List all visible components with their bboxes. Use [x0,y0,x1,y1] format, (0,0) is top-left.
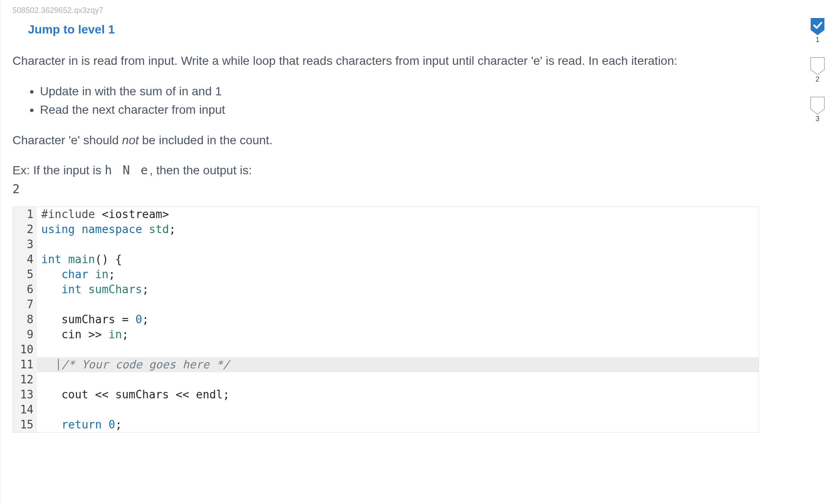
note-text-b: be included in the count. [139,134,272,147]
code-line[interactable]: 3 [13,237,759,252]
code-content[interactable] [37,237,759,252]
line-number: 13 [13,387,37,402]
code-content[interactable]: cout << sumChars << endl; [37,387,759,402]
level-badge[interactable] [810,17,825,36]
code-content[interactable] [37,297,759,312]
line-number: 5 [13,267,37,282]
problem-bullets: Update in with the sum of in and 1 Read … [40,82,787,119]
code-line[interactable]: 13 cout << sumChars << endl; [13,387,759,402]
bullet-item: Update in with the sum of in and 1 [40,82,787,100]
code-line[interactable]: 1#include <iostream> [13,207,759,222]
example-output: 2 [12,182,787,196]
code-line[interactable]: 5 char in; [13,267,759,282]
level-badge[interactable] [810,96,825,115]
bullet-item: Read the next character from input [40,100,787,119]
meta-id: 508502.3629652.qx3zqy7 [12,6,787,15]
jump-to-level-link[interactable]: Jump to level 1 [28,23,115,36]
problem-intro: Character in is read from input. Write a… [12,52,787,70]
code-content[interactable]: using namespace std; [37,222,759,237]
code-line[interactable]: 14 [13,402,759,417]
line-number: 1 [13,207,37,222]
line-number: 4 [13,252,37,267]
line-number: 9 [13,327,37,342]
note-em: not [122,134,139,147]
code-content[interactable] [37,372,759,387]
line-number: 11 [13,357,37,372]
level-badge[interactable] [810,57,825,76]
code-content[interactable]: cin >> in; [37,327,759,342]
code-line[interactable]: 10 [13,342,759,357]
code-content[interactable] [37,342,759,357]
line-number: 2 [13,222,37,237]
level-number: 3 [816,115,820,123]
cursor [58,359,59,370]
code-content[interactable]: int main() { [37,252,759,267]
example-line: Ex: If the input is h N e, then the outp… [12,161,787,179]
code-line[interactable]: 6 int sumChars; [13,282,759,297]
code-content[interactable]: int sumChars; [37,282,759,297]
example-suffix: , then the output is: [150,164,252,177]
code-line[interactable]: 8 sumChars = 0; [13,312,759,327]
code-line[interactable]: 15 return 0; [13,417,759,432]
line-number: 12 [13,372,37,387]
line-number: 7 [13,297,37,312]
code-line[interactable]: 2using namespace std; [13,222,759,237]
code-content[interactable]: #include <iostream> [37,207,759,222]
code-content[interactable]: sumChars = 0; [37,312,759,327]
problem-note: Character 'e' should not be included in … [12,131,787,149]
code-line[interactable]: 9 cin >> in; [13,327,759,342]
line-number: 14 [13,402,37,417]
example-prefix: Ex: If the input is [12,164,105,177]
code-content[interactable]: return 0; [37,417,759,432]
level-number: 2 [816,76,820,83]
line-number: 6 [13,282,37,297]
code-line[interactable]: 4int main() { [13,252,759,267]
level-rail: 123 [799,0,836,504]
code-line[interactable]: 11 /* Your code goes here */ [13,357,759,372]
example-input: h N e [105,163,150,177]
code-content[interactable]: char in; [37,267,759,282]
code-content[interactable] [37,402,759,417]
problem-main: 508502.3629652.qx3zqy7 Jump to level 1 C… [0,0,799,504]
code-line[interactable]: 12 [13,372,759,387]
level-number: 1 [816,36,820,44]
line-number: 8 [13,312,37,327]
line-number: 3 [13,237,37,252]
line-number: 10 [13,342,37,357]
code-line[interactable]: 7 [13,297,759,312]
code-content[interactable]: /* Your code goes here */ [37,357,759,372]
note-text: Character 'e' should [12,134,122,147]
line-number: 15 [13,417,37,432]
code-editor[interactable]: 1#include <iostream>2using namespace std… [12,206,759,433]
